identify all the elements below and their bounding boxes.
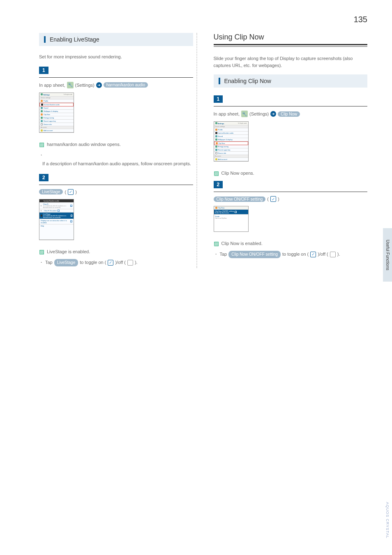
clip-now-screenshot: Clip Now Clip Now ON/OFF settingEnable C… [214,206,249,232]
settings-screenshot-2: SettingsTo Simple mode Device settings P… [214,121,249,162]
paren-open: ( [65,190,66,194]
step1-instruction: In app sheet, 🔧 (Settings) ➜ harman/kard… [39,82,193,88]
checkbox-on-icon: ✓ [68,189,74,195]
checkbox-on-icon: ✓ [270,196,276,202]
step1-prefix: In app sheet, [39,83,65,88]
paren-open: ( [267,197,269,201]
note-2: Tap LiveStage to toggle on ( ✓ )/off ( )… [39,259,193,266]
checkbox-off-icon [127,260,133,266]
right-column: Using Clip Now Slide your finger along t… [214,33,368,272]
note-1: If a description of harman/kardon audio … [39,152,193,168]
paren-close: ) [75,190,77,194]
clip-now-intro: Slide your finger along the top of Displ… [214,55,368,69]
step-number-2: 2 [214,181,223,188]
paren-close: ) [278,197,279,201]
result2-text: LiveStage is enabled. [47,249,90,254]
livestage-badge-inline: LiveStage [54,259,78,266]
arrow-icon: ➜ [96,82,102,88]
result2-text: Clip Now is enabled. [221,241,263,246]
enabling-livestage-heading: Enabling LiveStage [44,36,188,43]
result-icon: ▨ [214,240,219,247]
clip-now-setting-badge-inline: Clip Now ON/OFF setting [228,251,281,258]
heading-box: Enabling LiveStage [39,33,193,46]
checkbox-on-icon: ✓ [108,260,113,266]
step1-settings: (Settings) [75,83,95,88]
clip-now-setting-badge: Clip Now ON/OFF setting [214,197,266,202]
clip-now-badge: Clip Now [278,111,300,117]
step1-settings: (Settings) [249,111,269,116]
step1-prefix: In app sheet, [214,111,240,116]
step-number-1: 1 [39,67,48,74]
result-2: ▨ LiveStage is enabled. [39,248,193,255]
enabling-clip-now-heading: Enabling Clip Now [219,78,363,84]
result1-text: harman/kardon audio window opens. [47,142,121,147]
result-1: ▨ harman/kardon audio window opens. [39,141,193,148]
step-2: 2 LiveStage ( ✓ ) harman/kardon audio €C… [39,173,193,266]
step2-instruction: LiveStage ( ✓ ) [39,189,193,195]
step-1: 1 In app sheet, 🔧 (Settings) ➜ Clip Now … [214,95,368,176]
heading-box: Enabling Clip Now [214,74,368,88]
result-icon: ▨ [39,141,44,148]
using-clip-now-heading: Using Clip Now [214,33,368,42]
step2-instruction: Clip Now ON/OFF setting ( ✓ ) [214,196,368,202]
result1-text: Clip Now opens. [221,171,254,176]
wrench-icon: 🔧 [67,82,74,88]
settings-screenshot-1: SettingsTo Simple mode Device settings P… [39,92,74,133]
left-column: Enabling LiveStage Set for more impressi… [39,33,193,272]
checkbox-off-icon [330,252,336,257]
wrench-icon: 🔧 [241,111,248,117]
result-2: ▨ Clip Now is enabled. [214,240,368,247]
step-number-2: 2 [39,174,48,181]
step1-instruction: In app sheet, 🔧 (Settings) ➜ Clip Now [214,111,368,117]
result-1: ▨ Clip Now opens. [214,170,368,176]
sidebar-tab: Useful Functions [383,228,392,282]
intro-text: Set for more impressive sound rendering. [39,53,193,60]
result-icon: ▨ [39,248,44,255]
column-divider [196,33,197,268]
harman-kardon-badge: harman/kardon audio [104,82,148,88]
checkbox-on-icon: ✓ [310,252,316,257]
step-2: 2 Clip Now ON/OFF setting ( ✓ ) Clip Now… [214,180,368,258]
result-icon: ▨ [214,170,219,176]
footer-brand: AQUOS CRYSTAL [385,502,390,539]
arrow-icon: ➜ [270,111,276,117]
note-2: Tap Clip Now ON/OFF setting to toggle on… [214,251,368,258]
harman-screenshot: harman/kardon audio €Clari-FiIt is enabl… [39,199,74,240]
step-1: 1 In app sheet, 🔧 (Settings) ➜ harman/ka… [39,66,193,168]
livestage-badge: LiveStage [39,189,63,194]
step-number-1: 1 [214,95,223,103]
